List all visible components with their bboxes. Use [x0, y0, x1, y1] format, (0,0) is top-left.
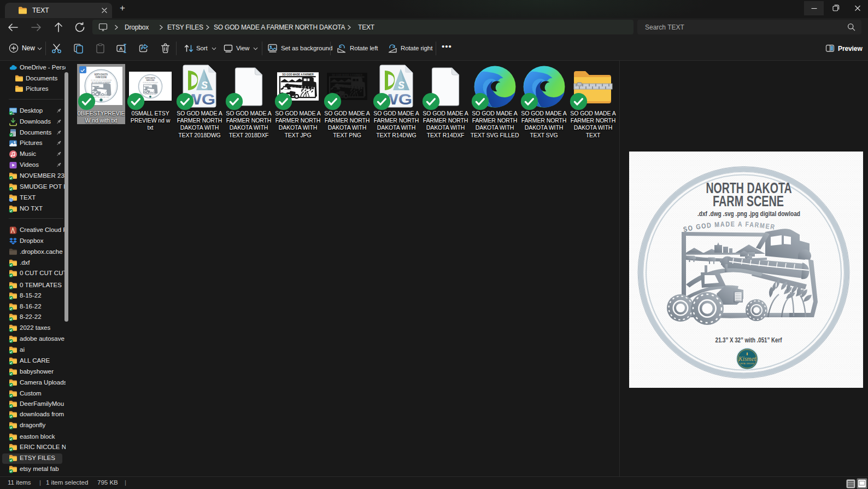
svg-text:Kismet: Kismet [738, 356, 756, 362]
svg-text:SO GOD MADE A FARMER: SO GOD MADE A FARMER [282, 73, 314, 76]
svg-text:S: S [398, 80, 404, 91]
svg-text:FARM SCENE: FARM SCENE [96, 76, 107, 79]
svg-text:A: A [119, 46, 123, 51]
svg-text:NORTH DAKOTA: NORTH DAKOTA [95, 73, 108, 76]
svg-text:SO GOD MADE A FARMER: SO GOD MADE A FARMER [143, 83, 157, 84]
svg-text:.dxf .dwg .svg .png .jpg digit: .dxf .dwg .svg .png .jpg digital dowload [91, 79, 112, 80]
svg-text:METAL DESIGNS: METAL DESIGNS [740, 363, 754, 365]
svg-text:S: S [201, 80, 208, 91]
svg-text:FARM SCENE: FARM SCENE [713, 193, 784, 209]
svg-text:SO GOD MADE A FARMER: SO GOD MADE A FARMER [332, 74, 363, 77]
svg-text:.dxf .dwg .svg .png .jpg digit: .dxf .dwg .svg .png .jpg digital dowload [697, 209, 800, 218]
svg-text:SO GOD MADE A FARMER: SO GOD MADE A FARMER [92, 82, 111, 84]
svg-text:21.3” X 32” with .051” Kerf: 21.3” X 32” with .051” Kerf [715, 336, 782, 344]
svg-text:FARM SCENE: FARM SCENE [146, 79, 155, 81]
svg-text:21.3” X 32” with .051” Kerf: 21.3” X 32” with .051” Kerf [93, 96, 109, 97]
